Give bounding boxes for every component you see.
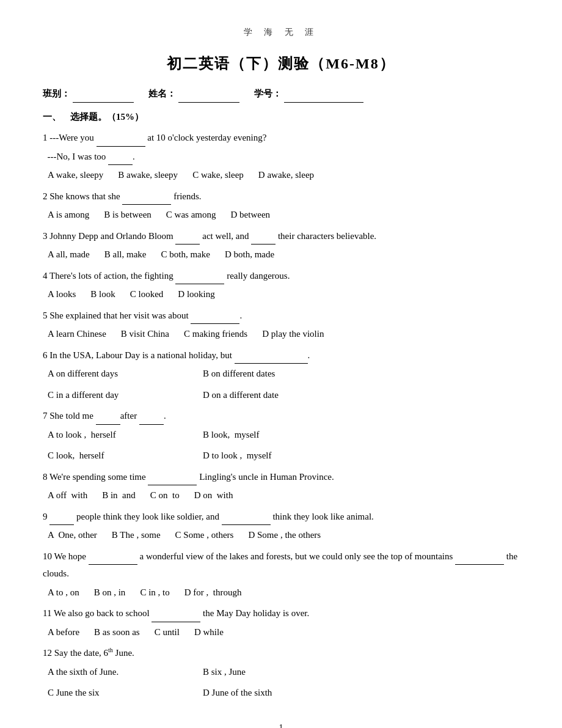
q2-options: A is among B is between C was among D be… (43, 206, 519, 224)
q5-text: 5 She explained that her visit was about… (43, 307, 519, 325)
question-9: 9 people think they look like soldier, a… (43, 508, 519, 544)
student-info-row: 班别： 姓名： 学号： (43, 86, 519, 103)
q1-options: A wake, sleepy B awake, sleepy C wake, s… (43, 166, 519, 184)
question-6: 6 In the USA, Labour Day is a national h… (43, 347, 519, 404)
name-label: 姓名： (148, 86, 176, 102)
q12-options-row2: C June the six D June of the sixth (43, 684, 519, 702)
page-number: 1 (279, 723, 283, 728)
question-3: 3 Johnny Depp and Orlando Bloom act well… (43, 227, 519, 263)
q9-text: 9 people think they look like soldier, a… (43, 508, 519, 526)
q9-options: A One, other B The , some C Some , other… (43, 526, 519, 544)
question-1: 1 ---Were you at 10 o'clock yesterday ev… (43, 129, 519, 184)
id-label: 学号： (254, 86, 282, 102)
q12-options-row1: A the sixth of June. B six , June (43, 663, 519, 681)
question-12: 12 Say the date, 6th June. A the sixth o… (43, 644, 519, 702)
class-blank (73, 86, 134, 103)
title: 初二英语（下）测验（M6-M8） (43, 51, 519, 77)
q11-text: 11 We also go back to school the May Day… (43, 605, 519, 622)
section1-header: 一、 选择题。（15%） (43, 109, 519, 125)
q7-options-row1: A to look , herself B look, myself (43, 426, 519, 444)
class-label: 班别： (43, 86, 70, 102)
q7-options-row2: C look, herself D to look , myself (43, 447, 519, 465)
id-blank (284, 86, 363, 103)
q5-options: A learn Chinese B visit China C making f… (43, 325, 519, 343)
question-11: 11 We also go back to school the May Day… (43, 605, 519, 641)
q6-options-row1: A on different days B on different dates (43, 365, 519, 383)
q4-text: 4 There's lots of action, the fighting r… (43, 267, 519, 285)
question-7: 7 She told me after . A to look , hersel… (43, 407, 519, 465)
q10-options: A to , on B on , in C in , to D for , th… (43, 584, 519, 601)
question-2: 2 She knows that she friends. A is among… (43, 188, 519, 224)
q7-text: 7 She told me after . (43, 407, 519, 425)
q12-text: 12 Say the date, 6th June. (43, 644, 519, 662)
question-10: 10 We hope a wonderful view of the lakes… (43, 548, 519, 601)
q6-text: 6 In the USA, Labour Day is a national h… (43, 347, 519, 364)
q11-options: A before B as soon as C until D while (43, 623, 519, 641)
q2-text: 2 She knows that she friends. (43, 188, 519, 205)
question-8: 8 We're spending some time Lingling's un… (43, 468, 519, 504)
q8-text: 8 We're spending some time Lingling's un… (43, 468, 519, 486)
question-5: 5 She explained that her visit was about… (43, 307, 519, 343)
q1-sub: ---No, I was too . (43, 148, 519, 166)
q6-options-row2: C in a different day D on a different da… (43, 386, 519, 404)
q8-options: A off with B in and C on to D on with (43, 487, 519, 504)
q3-options: A all, made B all, make C both, make D b… (43, 246, 519, 263)
question-4: 4 There's lots of action, the fighting r… (43, 267, 519, 303)
q10-text: 10 We hope a wonderful view of the lakes… (43, 548, 519, 583)
header-top: 学 海 无 涯 (43, 24, 519, 40)
name-blank (178, 86, 239, 103)
q3-text: 3 Johnny Depp and Orlando Bloom act well… (43, 227, 519, 245)
q4-options: A looks B look C looked D looking (43, 285, 519, 303)
footer: 1 (43, 720, 519, 728)
q1-text: 1 ---Were you at 10 o'clock yesterday ev… (43, 129, 519, 147)
